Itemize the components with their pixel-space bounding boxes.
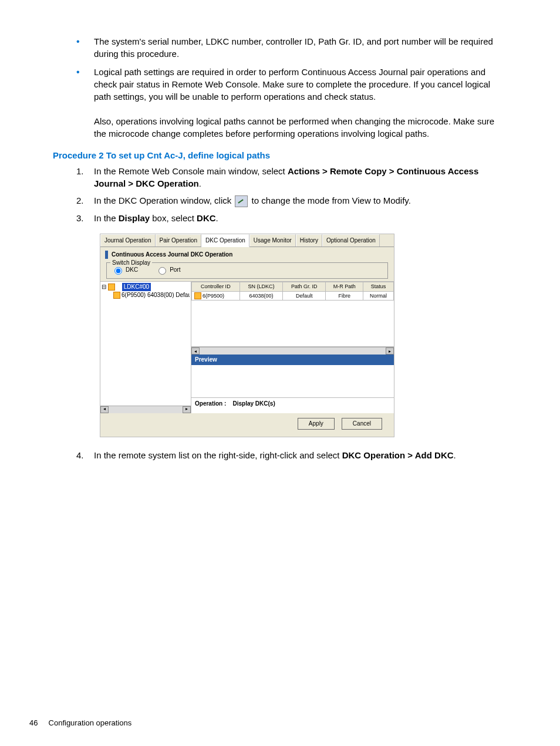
- tab-dkc-operation[interactable]: DKC Operation: [201, 234, 249, 247]
- device-icon: [113, 292, 120, 299]
- tree-child-label: 6(P9500) 64038(00) Defau: [122, 292, 190, 298]
- table-header-row: Controller ID SN (LDKC) Path Gr. ID M-R …: [192, 282, 394, 292]
- cell-text: 6(P9500): [203, 293, 224, 299]
- steps-list-cont: 4. In the remote system list on the righ…: [53, 449, 507, 461]
- cell-controller-id: 6(P9500): [192, 291, 240, 301]
- step-4: 4. In the remote system list on the righ…: [76, 449, 507, 461]
- tab-journal-operation[interactable]: Journal Operation: [100, 234, 156, 247]
- dkc-operation-window: Journal Operation Pair Operation DKC Ope…: [100, 234, 394, 437]
- procedure-heading: Procedure 2 To set up Cnt Ac-J, define l…: [53, 149, 507, 161]
- steps-list: 1. In the Remote Web Console main window…: [53, 165, 507, 224]
- bullet-text: Also, operations involving logical paths…: [94, 116, 494, 139]
- step-text: to change the mode from View to Modify.: [249, 195, 410, 205]
- panel-title: Continuous Access Journal DKC Operation: [100, 247, 394, 259]
- grid-wrap: Controller ID SN (LDKC) Path Gr. ID M-R …: [191, 282, 394, 347]
- step-text: In the remote system list on the right-s…: [94, 450, 342, 460]
- cell-status: Normal: [363, 291, 394, 301]
- step-3: 3. In the Display box, select DKC.: [76, 212, 507, 224]
- radio-dkc-input[interactable]: [114, 267, 122, 275]
- grid-scrollbar[interactable]: ◂▸: [191, 347, 394, 355]
- tree-child-row[interactable]: 6(P9500) 64038(00) Defau: [113, 291, 190, 299]
- switch-display-group: Switch Display DKC Port: [106, 262, 388, 279]
- step-number: 2.: [76, 194, 84, 207]
- radio-port-label: Port: [170, 266, 180, 274]
- step-text: In the Remote Web Console main window, s…: [94, 166, 288, 176]
- step-bold: Display: [119, 213, 150, 223]
- operation-row: Operation : Display DKC(s): [191, 398, 394, 410]
- col-status: Status: [363, 282, 394, 292]
- col-path-gr-id: Path Gr. ID: [283, 282, 326, 292]
- radio-port[interactable]: Port: [156, 265, 180, 275]
- folder-icon: [108, 283, 115, 291]
- step-text: .: [216, 213, 218, 223]
- bullet-text: Logical path settings are required in or…: [94, 67, 490, 102]
- step-text: .: [199, 178, 201, 188]
- tree-scrollbar[interactable]: ◂▸: [100, 406, 191, 413]
- operation-value: Display DKC(s): [232, 400, 275, 407]
- col-mr-path: M-R Path: [326, 282, 363, 292]
- radio-port-input[interactable]: [158, 267, 166, 275]
- bullet-list: The system's serial number, LDKC number,…: [53, 35, 507, 140]
- col-controller-id: Controller ID: [192, 282, 240, 292]
- step-text: box, select: [150, 213, 197, 223]
- switch-display-label: Switch Display: [110, 259, 152, 267]
- tree-root-row[interactable]: ⊟ LDKC#00: [102, 283, 190, 291]
- tab-bar: Journal Operation Pair Operation DKC Ope…: [100, 234, 394, 247]
- tab-usage-monitor[interactable]: Usage Monitor: [249, 234, 296, 247]
- step-number: 3.: [76, 212, 84, 224]
- operation-label: Operation :: [195, 400, 226, 407]
- cancel-button[interactable]: Cancel: [342, 418, 382, 430]
- step-2: 2. In the DKC Operation window, click to…: [76, 194, 507, 207]
- step-bold: DKC: [197, 213, 216, 223]
- bullet-item: The system's serial number, LDKC number,…: [76, 35, 507, 60]
- preview-body: [191, 365, 394, 398]
- table-row[interactable]: 6(P9500) 64038(00) Default Fibre Normal: [192, 291, 394, 301]
- tab-optional-operation[interactable]: Optional Operation: [322, 234, 380, 247]
- bullet-item: Logical path settings are required in or…: [76, 66, 507, 140]
- cell-pathgr: Default: [283, 291, 326, 301]
- tree-panel: ⊟ LDKC#00 6(P9500) 64038(00) Defau ◂▸: [100, 282, 191, 413]
- step-1: 1. In the Remote Web Console main window…: [76, 165, 507, 190]
- device-icon: [194, 292, 201, 299]
- button-row: Apply Cancel: [100, 413, 394, 437]
- apply-button[interactable]: Apply: [298, 418, 335, 430]
- tab-pair-operation[interactable]: Pair Operation: [156, 234, 201, 247]
- step-number: 4.: [76, 449, 84, 461]
- tree-root-label: LDKC#00: [122, 283, 151, 291]
- remote-system-table[interactable]: Controller ID SN (LDKC) Path Gr. ID M-R …: [191, 282, 394, 301]
- main-area: ⊟ LDKC#00 6(P9500) 64038(00) Defau ◂▸ Co…: [100, 281, 394, 413]
- step-bold: DKC Operation > Add DKC: [342, 450, 454, 460]
- cell-mrpath: Fibre: [326, 291, 363, 301]
- right-panel: Controller ID SN (LDKC) Path Gr. ID M-R …: [191, 282, 394, 413]
- preview-header: Preview: [191, 355, 394, 365]
- col-sn-ldkc: SN (LDKC): [239, 282, 283, 292]
- step-number: 1.: [76, 165, 84, 177]
- step-text: In the: [94, 213, 119, 223]
- cell-sn: 64038(00): [239, 291, 283, 301]
- step-text: In the DKC Operation window, click: [94, 195, 234, 205]
- step-text: .: [454, 450, 456, 460]
- tab-history[interactable]: History: [296, 234, 322, 247]
- modify-icon: [235, 195, 248, 207]
- radio-dkc-label: DKC: [126, 266, 138, 274]
